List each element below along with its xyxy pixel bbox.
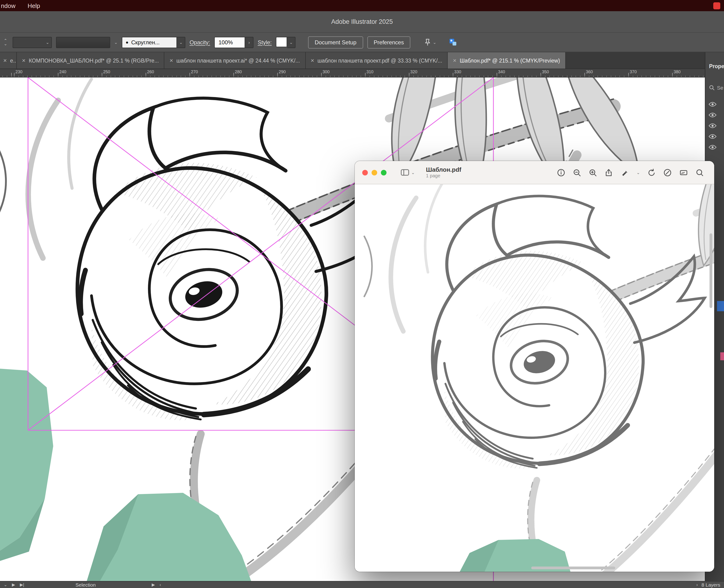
vertical-scrollbar[interactable] xyxy=(709,233,712,308)
style-dropdown-chevron[interactable]: ⌄ xyxy=(287,37,295,48)
zoom-out-icon[interactable] xyxy=(573,168,581,176)
preview-file-name: Шаблон.pdf xyxy=(426,166,461,173)
status-menu-arrow-icon[interactable]: ▶ xyxy=(152,582,155,587)
panel-collapse-chevrons-icon[interactable]: ⌃⌄ xyxy=(4,39,7,45)
menu-bar: ndow Help xyxy=(0,0,724,11)
rotate-icon[interactable] xyxy=(647,168,656,176)
ruler-tick: 330 xyxy=(454,69,461,74)
eye-icon[interactable] xyxy=(709,123,717,128)
selected-layer-indicator[interactable] xyxy=(717,301,724,311)
chevron-down-icon[interactable]: ⌄ xyxy=(114,40,118,45)
ruler-tick: 360 xyxy=(586,69,593,74)
close-icon[interactable]: × xyxy=(170,57,173,64)
style-swatch[interactable] xyxy=(276,37,287,47)
document-tab-3[interactable]: × шаблон планшета проект.ai* @ 24.44 % (… xyxy=(165,52,306,69)
minimize-window-button[interactable] xyxy=(372,170,377,175)
next-artboard-icon[interactable]: ▶ xyxy=(12,582,15,587)
app-title: Adobe Illustrator 2025 xyxy=(331,18,393,25)
zoom-in-icon[interactable] xyxy=(589,168,597,176)
status-selection-dropdown[interactable]: Selection xyxy=(76,582,96,588)
opacity-dropdown-chevron[interactable]: › xyxy=(245,37,253,48)
last-artboard-icon[interactable]: ▶| xyxy=(20,582,24,587)
panel-search-field[interactable]: Se xyxy=(709,85,723,90)
close-window-button[interactable] xyxy=(362,170,368,175)
window-controls xyxy=(362,170,387,175)
chevron-down-icon: ⌄ xyxy=(433,40,436,45)
document-tab-4[interactable]: × шаблон планшета проект.pdf @ 33.33 % (… xyxy=(306,52,448,69)
sidebar-icon xyxy=(400,168,409,176)
share-icon[interactable] xyxy=(605,168,613,176)
touch-workspace-button[interactable] xyxy=(449,38,457,46)
properties-panel-tab[interactable]: Properti xyxy=(709,63,724,69)
document-tab-2[interactable]: × КОМПОНОВКА_ШАБЛОН.pdf* @ 25.1 % (RGB/P… xyxy=(17,52,165,69)
layers-nav-chevron-icon[interactable]: › xyxy=(696,582,698,587)
eye-icon[interactable] xyxy=(709,112,717,118)
pin-tool-group[interactable]: ⌄ xyxy=(423,38,436,46)
markup-box-icon[interactable] xyxy=(679,168,688,176)
ruler-tick: 280 xyxy=(235,69,242,74)
preview-title-bar: ⌄ Шаблон.pdf 1 page xyxy=(355,161,714,184)
close-icon[interactable]: × xyxy=(453,57,457,64)
preview-app-window[interactable]: ⌄ Шаблон.pdf 1 page xyxy=(355,161,714,572)
brush-definition-dropdown[interactable]: ● Скруглен... xyxy=(122,37,177,48)
horizontal-scrollbar[interactable] xyxy=(531,567,615,569)
fill-dropdown[interactable]: ⌄ xyxy=(13,37,51,48)
close-icon[interactable]: × xyxy=(311,57,314,64)
info-icon[interactable] xyxy=(557,168,565,176)
ruler-tick: 350 xyxy=(542,69,549,74)
menu-item-window[interactable]: ndow xyxy=(1,2,15,9)
pin-icon xyxy=(423,38,431,46)
eye-icon[interactable] xyxy=(709,102,717,107)
stroke-variable-width-field[interactable] xyxy=(56,37,110,48)
artboard-nav-chevron[interactable]: ⌄ xyxy=(4,582,7,587)
sidebar-toggle-button[interactable]: ⌄ xyxy=(400,168,415,176)
ruler-tick: 290 xyxy=(279,69,286,74)
eye-icon[interactable] xyxy=(709,145,717,150)
chevron-down-icon[interactable]: ⌄ xyxy=(637,170,640,175)
preview-toolbar: ⌄ xyxy=(557,168,707,176)
ruler-tick: 270 xyxy=(191,69,198,74)
zoom-window-button[interactable] xyxy=(381,170,387,175)
options-bar: ⌃⌄ ⌄ ⌄ ● Скруглен... ⌄ Opacity: 100% › S… xyxy=(0,33,724,52)
close-icon[interactable]: × xyxy=(3,57,7,64)
ruler-tick: 380 xyxy=(674,69,681,74)
window-title-bar: Adobe Illustrator 2025 xyxy=(0,11,724,33)
scroll-left-icon[interactable]: ‹ xyxy=(160,582,161,587)
annotate-pencil-icon[interactable] xyxy=(663,168,672,176)
menu-item-help[interactable]: Help xyxy=(27,2,40,9)
document-setup-button[interactable]: Document Setup xyxy=(308,36,363,48)
adobe-app-icon[interactable] xyxy=(713,2,720,9)
document-tab-1[interactable]: × e... xyxy=(0,52,17,69)
status-bar: ⌄ ▶ ▶| Selection ▶ ‹ › 8 Layers xyxy=(0,581,724,588)
markup-pen-icon[interactable] xyxy=(621,168,629,176)
touch-workspace-icon xyxy=(449,38,457,46)
app-root: ndow Help Adobe Illustrator 2025 ⌃⌄ ⌄ ⌄ … xyxy=(0,0,724,588)
preview-artwork xyxy=(355,184,714,572)
ruler-tick: 310 xyxy=(367,69,373,74)
chevron-down-icon: ⌄ xyxy=(411,170,415,175)
tab-label: e... xyxy=(10,58,17,63)
preview-page-count: 1 page xyxy=(426,173,461,179)
preview-document-title: Шаблон.pdf 1 page xyxy=(426,166,461,179)
document-tab-5-active[interactable]: × Шаблон.pdf* @ 215.1 % (CMYK/Preview) xyxy=(448,52,566,69)
tab-label: КОМПОНОВКА_ШАБЛОН.pdf* @ 25.1 % (RGB/Pre… xyxy=(29,58,159,63)
search-icon[interactable] xyxy=(696,168,704,176)
close-icon[interactable]: × xyxy=(22,57,25,64)
layer-color-swatch xyxy=(720,352,724,360)
preview-document-view[interactable] xyxy=(355,184,714,572)
horizontal-ruler[interactable]: 230 240 250 260 270 280 290 300 310 320 … xyxy=(0,69,705,78)
layers-count-label: 8 Layers xyxy=(701,582,720,588)
brush-name: Скруглен... xyxy=(131,39,160,45)
search-hint: Se xyxy=(717,85,723,90)
ruler-tick: 260 xyxy=(147,69,154,74)
ruler-tick: 340 xyxy=(498,69,505,74)
preferences-button[interactable]: Preferences xyxy=(367,36,410,48)
eye-icon[interactable] xyxy=(709,134,717,139)
search-icon xyxy=(709,85,715,90)
opacity-label[interactable]: Opacity: xyxy=(189,39,210,45)
ruler-tick: 320 xyxy=(410,69,417,74)
opacity-input[interactable]: 100% xyxy=(214,37,245,48)
brush-dropdown-chevron[interactable]: ⌄ xyxy=(177,37,185,48)
tab-label: шаблон планшета проект.pdf @ 33.33 % (CM… xyxy=(317,58,442,63)
style-label[interactable]: Style: xyxy=(258,39,272,45)
